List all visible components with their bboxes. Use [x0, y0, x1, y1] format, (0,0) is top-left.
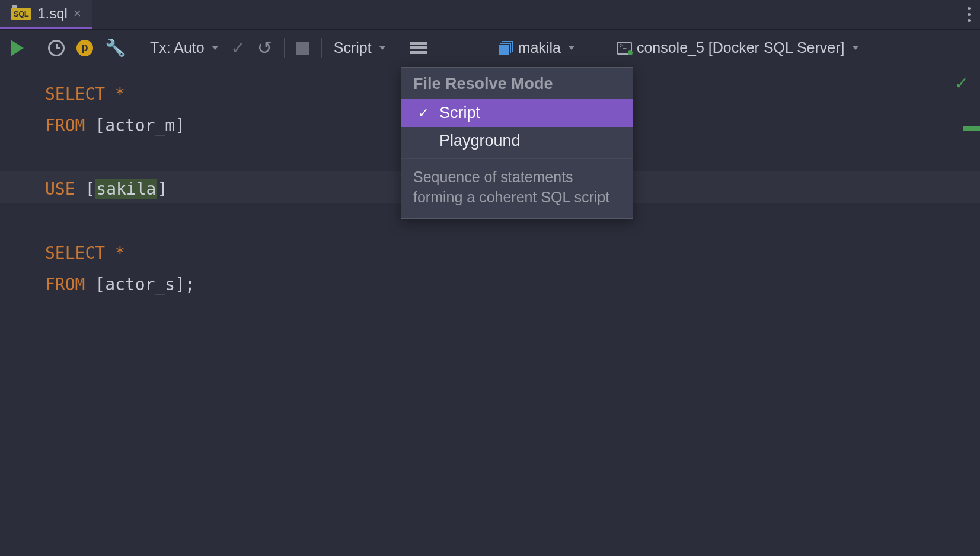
run-button[interactable] [11, 40, 24, 56]
history-button[interactable] [48, 40, 65, 56]
chevron-down-icon [212, 46, 219, 50]
file-tab[interactable]: SQL 1.sql × [0, 0, 92, 29]
kebab-menu-icon[interactable] [968, 7, 971, 22]
dropdown-item-label: Script [439, 104, 480, 122]
dropdown-description: Sequence of statements forming a coheren… [401, 158, 633, 218]
console-selector[interactable]: console_5 [Docker SQL Server] [617, 39, 859, 56]
clock-icon [48, 40, 65, 56]
chevron-down-icon [568, 46, 575, 50]
stop-button[interactable] [296, 42, 309, 55]
dropdown-item-script[interactable]: ✓ Script [401, 99, 633, 127]
dropdown-item-playground[interactable]: Playground [401, 127, 633, 155]
chevron-down-icon [379, 46, 386, 50]
p-badge-icon: p [76, 40, 93, 56]
divider [36, 38, 36, 58]
gutter-marker [963, 126, 980, 131]
check-icon: ✓ [418, 106, 431, 121]
sql-file-icon: SQL [11, 8, 31, 20]
code-line: FROM [actor_s]; [45, 269, 980, 300]
close-icon[interactable]: × [74, 6, 81, 21]
script-label: Script [334, 39, 372, 56]
tab-bar: SQL 1.sql × [0, 0, 980, 30]
rollback-button[interactable]: ↻ [257, 37, 272, 58]
dropdown-header: File Resolve Mode [401, 68, 633, 99]
settings-button[interactable]: 🔧 [105, 38, 126, 58]
console-label: console_5 [Docker SQL Server] [637, 39, 845, 56]
play-icon [11, 40, 24, 56]
divider [138, 38, 138, 58]
toolbar: p 🔧 Tx: Auto ✓ ↻ Script makila [0, 30, 980, 66]
chevron-down-icon [852, 46, 859, 50]
schema-icon [498, 40, 513, 56]
divider [284, 38, 285, 58]
resolve-mode-button[interactable]: Script [334, 39, 386, 56]
wrench-icon: 🔧 [105, 38, 126, 58]
table-icon [410, 42, 427, 54]
resolve-mode-dropdown: File Resolve Mode ✓ Script Playground Se… [401, 67, 633, 219]
in-progress-button[interactable]: p [76, 40, 93, 56]
tx-mode-button[interactable]: Tx: Auto [150, 39, 219, 56]
tab-filename: 1.sql [37, 5, 68, 22]
console-icon [617, 42, 632, 55]
divider [398, 38, 398, 58]
code-line: SELECT * [45, 237, 980, 269]
schema-selector[interactable]: makila [498, 39, 575, 56]
check-icon: ✓ [231, 37, 245, 58]
commit-button[interactable]: ✓ [231, 37, 245, 58]
inspection-ok-icon[interactable]: ✓ [955, 74, 968, 93]
explain-plan-button[interactable] [410, 42, 427, 54]
undo-icon: ↻ [257, 37, 272, 58]
tx-label: Tx: Auto [150, 39, 205, 56]
schema-label: makila [518, 39, 561, 56]
dropdown-item-label: Playground [439, 132, 521, 150]
stop-icon [296, 42, 309, 55]
divider [321, 38, 322, 58]
